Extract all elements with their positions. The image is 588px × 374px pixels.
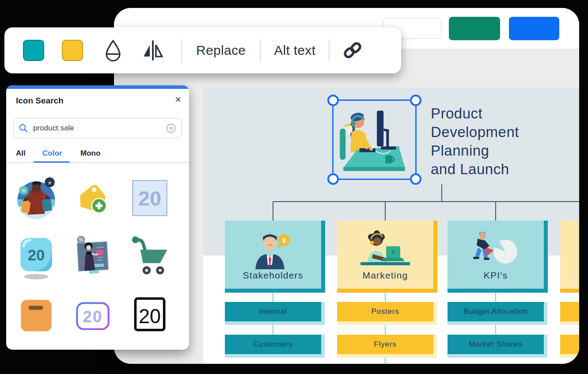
woman-laptop-illustration: [354, 229, 416, 269]
toolbar-divider: [329, 39, 330, 61]
subnode-posters[interactable]: Posters: [337, 302, 437, 325]
svg-text:%: %: [22, 188, 26, 193]
subnode-budget-allocation[interactable]: Budget Allocation: [448, 302, 547, 325]
connector-drop-2: [385, 202, 386, 221]
svg-text:20: 20: [28, 247, 45, 263]
subnode-label: Posters: [371, 307, 399, 316]
title-line: Development: [431, 123, 578, 141]
node-marketing[interactable]: Marketing: [337, 221, 437, 293]
woman-at-computer-illustration: [334, 101, 414, 177]
connector-drop-3: [495, 202, 496, 221]
node-label: KPI's: [484, 270, 508, 281]
businessman-coin-illustration: $: [242, 229, 304, 269]
node-label: Marketing: [362, 270, 408, 281]
icon-results-grid: % ★ 20: [8, 170, 187, 344]
discount-20-square-icon: 20: [126, 173, 172, 223]
selection-handle-bottom-left[interactable]: [327, 173, 339, 185]
panel-title: Icon Search: [16, 96, 64, 106]
icon-result-discount-20-outline[interactable]: 20: [121, 289, 178, 344]
header-blue-button[interactable]: [509, 17, 559, 40]
alt-text-button[interactable]: Alt text: [274, 43, 315, 58]
panel-accent-stripe: [6, 85, 189, 89]
node-stakeholders[interactable]: $ Stakeholders: [225, 221, 325, 293]
icon-result-shopping-bag[interactable]: [8, 289, 64, 344]
connector-bus: [273, 201, 579, 202]
icon-result-discount-20-square[interactable]: 20: [121, 170, 178, 226]
svg-text:★: ★: [47, 179, 53, 186]
selection-box[interactable]: [332, 99, 417, 180]
title-line: Planning: [431, 141, 578, 160]
node-label: Stakeholders: [243, 270, 303, 281]
subnode-clipped[interactable]: [560, 302, 579, 325]
design-artboard[interactable]: Product Development Planning and Launch …: [203, 88, 579, 364]
search-icon: [19, 124, 28, 133]
active-tab-underline: [34, 161, 70, 163]
hyperlink-icon[interactable]: [341, 39, 364, 62]
shopping-cart-icon: [126, 233, 172, 282]
woman-shopping-sale-icon: % ★: [13, 173, 59, 223]
icon-result-discount-20-cube[interactable]: 20: [8, 229, 64, 285]
connector-root: [441, 184, 442, 202]
svg-text:%: %: [79, 237, 83, 242]
title-line: and Launch: [431, 160, 578, 179]
pie-chart-person-illustration: [465, 229, 527, 269]
subnode-customers[interactable]: Customers: [225, 335, 325, 358]
subnode-market-shares[interactable]: Market Shares: [448, 335, 547, 358]
tab-mono[interactable]: Mono: [80, 149, 100, 158]
header-green-button[interactable]: [449, 17, 500, 40]
subnode-label: Budget Allocation: [464, 307, 528, 316]
node-kpis[interactable]: KPI's: [448, 221, 548, 293]
icon-result-discount-20-gradient[interactable]: 20: [64, 289, 121, 344]
subnode-label: Internal: [259, 307, 287, 316]
fill-color-swatch-yellow[interactable]: [62, 40, 83, 61]
fill-color-swatch-teal[interactable]: [23, 40, 44, 61]
icon-result-shopping-cart[interactable]: [121, 229, 178, 285]
flip-horizontal-icon[interactable]: [141, 40, 164, 61]
selection-handle-bottom-right[interactable]: [410, 173, 421, 185]
icon-result-sale-presentation[interactable]: %: [64, 229, 121, 285]
node-clipped[interactable]: [560, 221, 579, 293]
add-price-tag-icon: [70, 173, 116, 223]
title-line: Product: [431, 104, 578, 123]
svg-text:20: 20: [83, 308, 103, 326]
subnode-flyers[interactable]: Flyers: [337, 335, 437, 358]
toolbar-divider: [260, 39, 261, 61]
subnode-internal[interactable]: Internal: [225, 302, 325, 325]
discount-20-outline-icon: 20: [126, 292, 172, 341]
discount-20-gradient-icon: 20: [70, 292, 116, 341]
tab-color[interactable]: Color: [42, 149, 62, 158]
tab-all[interactable]: All: [16, 149, 26, 158]
svg-text:20: 20: [139, 305, 161, 328]
icon-result-add-price-tag[interactable]: [64, 170, 121, 226]
shopping-bag-icon: [13, 292, 59, 341]
icon-search-box: [13, 118, 182, 138]
opacity-droplet-icon[interactable]: [104, 39, 122, 62]
discount-20-cube-icon: 20: [13, 233, 59, 282]
replace-button[interactable]: Replace: [196, 43, 246, 58]
close-icon[interactable]: ×: [175, 93, 181, 106]
selection-handle-top-right[interactable]: [410, 95, 421, 106]
svg-text:$: $: [282, 237, 286, 244]
icon-result-woman-shopping-sale[interactable]: % ★: [8, 170, 64, 226]
search-input[interactable]: [32, 123, 166, 133]
subnode-label: Flyers: [374, 340, 396, 349]
subnode-label: Customers: [253, 340, 292, 349]
subnode-clipped-2[interactable]: [560, 335, 579, 358]
diagram-title[interactable]: Product Development Planning and Launch: [431, 104, 578, 179]
clear-search-icon[interactable]: [166, 123, 176, 134]
element-toolbar: Replace Alt text: [4, 27, 401, 73]
connector-drop-1: [273, 202, 273, 221]
selection-handle-top-left[interactable]: [327, 95, 339, 106]
toolbar-divider: [181, 39, 182, 61]
svg-text:20: 20: [138, 187, 161, 210]
subnode-label: Market Shares: [469, 340, 523, 349]
icon-search-panel: Icon Search × All Color Mono: [6, 85, 189, 350]
sale-presentation-icon: %: [70, 233, 116, 282]
